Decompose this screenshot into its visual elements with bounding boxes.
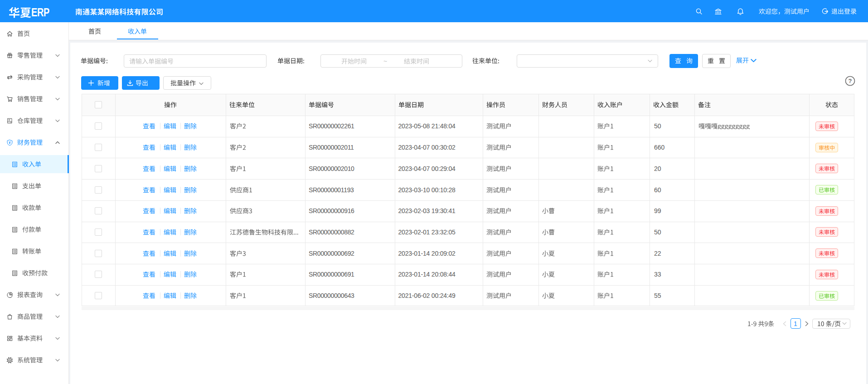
svg-text:?: ? bbox=[849, 78, 852, 84]
